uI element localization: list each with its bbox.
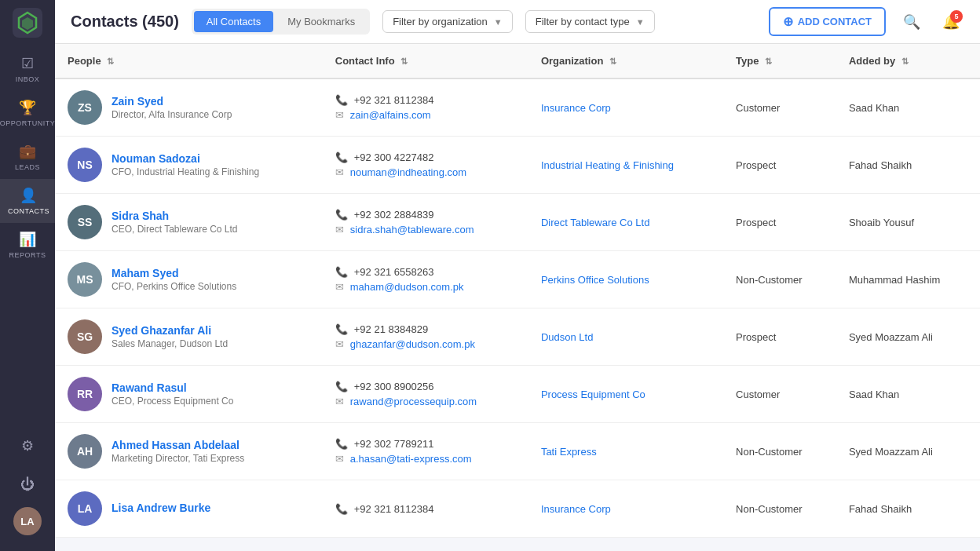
sidebar-item-inbox[interactable]: ☑ INBOX — [0, 47, 60, 91]
contact-type: Prospect — [736, 217, 776, 228]
col-added-by[interactable]: Added by ⇅ — [836, 44, 980, 78]
contact-name[interactable]: Sidra Shah — [112, 210, 238, 222]
page-title: Contacts (450) — [71, 13, 179, 31]
contact-avatar: LA — [68, 491, 102, 526]
search-button[interactable]: 🔍 — [898, 9, 925, 35]
contact-name[interactable]: Rawand Rasul — [112, 381, 233, 394]
org-cell: Insurance Corp — [528, 480, 723, 538]
contact-name[interactable]: Syed Ghazanfar Ali — [112, 324, 228, 337]
contact-type: Non-Customer — [736, 503, 803, 515]
contact-type: Prospect — [736, 331, 776, 343]
sidebar-item-power[interactable]: ⏻ — [13, 469, 42, 501]
table-row: AH Ahmed Hassan Abdelaal Marketing Direc… — [55, 423, 980, 480]
org-cell: Tati Express — [528, 423, 723, 480]
added-by: Muhammad Hashim — [849, 274, 940, 286]
contact-email[interactable]: ghazanfar@dudson.com.pk — [350, 338, 475, 350]
contact-email[interactable]: rawand@processequip.com — [350, 396, 477, 407]
org-link[interactable]: Process Equipment Co — [541, 389, 645, 400]
org-cell: Perkins Office Solutions — [528, 251, 723, 308]
col-contact-info[interactable]: Contact Info ⇅ — [323, 44, 528, 78]
people-cell: MS Maham Syed CFO, Perkins Office Soluti… — [55, 251, 323, 308]
contact-avatar: SS — [68, 205, 102, 239]
contact-email[interactable]: nouman@indheating.com — [350, 166, 466, 178]
sidebar-item-reports[interactable]: 📊 REPORTS — [0, 223, 60, 267]
col-type[interactable]: Type ⇅ — [723, 44, 836, 78]
email-icon: ✉ — [335, 396, 344, 407]
email-icon: ✉ — [335, 281, 344, 293]
org-link[interactable]: Insurance Corp — [541, 102, 611, 114]
added-by: Syed Moazzam Ali — [849, 446, 933, 458]
power-icon: ⏻ — [20, 476, 35, 493]
phone-icon: 📞 — [335, 438, 348, 450]
contact-name[interactable]: Lisa Andrew Burke — [112, 502, 210, 514]
contact-phone: +92 21 8384829 — [354, 323, 428, 335]
sidebar-item-settings[interactable]: ⚙ — [13, 429, 42, 462]
tab-my-bookmarks[interactable]: My Bookmarks — [275, 11, 368, 32]
sort-icon: ⇅ — [765, 57, 772, 66]
contact-email[interactable]: a.hasan@tati-express.com — [350, 453, 472, 465]
contact-avatar: AH — [68, 434, 102, 469]
added-by: Fahad Shaikh — [849, 503, 912, 515]
org-link[interactable]: Perkins Office Solutions — [541, 274, 649, 286]
org-link[interactable]: Direct Tableware Co Ltd — [541, 217, 650, 228]
type-cell: Non-Customer — [723, 251, 836, 308]
table-row: SG Syed Ghazanfar Ali Sales Manager, Dud… — [55, 308, 980, 366]
org-link[interactable]: Dudson Ltd — [541, 331, 594, 343]
filter-organization[interactable]: Filter by organization ▼ — [382, 10, 513, 33]
people-cell: SG Syed Ghazanfar Ali Sales Manager, Dud… — [55, 308, 323, 366]
inbox-icon: ☑ — [21, 55, 35, 72]
contact-info-cell: 📞 +92 321 8112384 ✉ zain@alfains.com — [323, 78, 528, 137]
contact-info-cell: 📞 +92 321 8112384 — [323, 480, 528, 538]
org-link[interactable]: Industrial Heating & Finishing — [541, 159, 674, 171]
email-icon: ✉ — [335, 109, 344, 121]
table-row: RR Rawand Rasul CEO, Process Equipment C… — [55, 366, 980, 423]
notifications-button[interactable]: 🔔 5 — [938, 9, 964, 35]
contact-email[interactable]: maham@dudson.com.pk — [350, 281, 464, 293]
phone-icon: 📞 — [335, 209, 348, 221]
added-by: Saad Khan — [849, 389, 899, 400]
sidebar-item-opportunity[interactable]: 🏆 OPPORTUNITY — [0, 91, 60, 135]
contact-type: Customer — [736, 102, 780, 114]
org-link[interactable]: Tati Express — [541, 446, 597, 458]
contact-phone: +92 321 8112384 — [354, 503, 434, 515]
added-by-cell: Saad Khan — [836, 78, 980, 137]
contact-name[interactable]: Maham Syed — [112, 267, 236, 279]
chevron-down-icon: ▼ — [636, 17, 645, 27]
add-contact-button[interactable]: ⊕ ADD CONTACT — [769, 7, 886, 36]
contact-name[interactable]: Ahmed Hassan Abdelaal — [112, 439, 244, 451]
plus-icon: ⊕ — [783, 14, 793, 29]
added-by-cell: Shoaib Yousuf — [836, 194, 980, 251]
people-cell: SS Sidra Shah CEO, Direct Tableware Co L… — [55, 194, 323, 251]
phone-icon: 📞 — [335, 94, 348, 106]
sidebar-item-leads[interactable]: 💼 LEADS — [0, 135, 60, 179]
sort-icon: ⇅ — [901, 57, 909, 66]
contact-info-cell: 📞 +92 300 4227482 ✉ nouman@indheating.co… — [323, 137, 528, 194]
logo[interactable] — [13, 8, 42, 41]
phone-icon: 📞 — [335, 323, 348, 335]
contact-email[interactable]: sidra.shah@tableware.com — [350, 224, 474, 235]
contact-avatar: RR — [68, 377, 102, 411]
col-organization[interactable]: Organization ⇅ — [528, 44, 723, 78]
contact-phone: +92 321 8112384 — [354, 94, 434, 106]
people-cell: ZS Zain Syed Director, Alfa Insurance Co… — [55, 78, 323, 137]
people-cell: LA Lisa Andrew Burke — [55, 480, 323, 538]
contact-info-cell: 📞 +92 321 6558263 ✉ maham@dudson.com.pk — [323, 251, 528, 308]
filter-contact-type[interactable]: Filter by contact type ▼ — [525, 10, 655, 33]
contact-name[interactable]: Nouman Sadozai — [112, 152, 259, 165]
org-link[interactable]: Insurance Corp — [541, 503, 611, 515]
sort-icon: ⇅ — [609, 57, 616, 66]
contacts-table: People ⇅ Contact Info ⇅ Organization ⇅ T… — [55, 44, 980, 538]
sidebar-item-label: LEADS — [15, 163, 40, 171]
sidebar-item-contacts[interactable]: 👤 CONTACTS — [0, 179, 60, 223]
contact-email[interactable]: zain@alfains.com — [350, 109, 431, 121]
user-avatar[interactable]: LA — [13, 507, 42, 535]
contact-name[interactable]: Zain Syed — [112, 95, 232, 108]
tab-all-contacts[interactable]: All Contacts — [194, 11, 273, 32]
contact-avatar: MS — [68, 262, 102, 297]
added-by-cell: Saad Khan — [836, 366, 980, 423]
phone-icon: 📞 — [335, 381, 348, 392]
col-people[interactable]: People ⇅ — [55, 44, 323, 78]
search-icon: 🔍 — [903, 14, 920, 30]
contact-title: Marketing Director, Tati Express — [112, 453, 244, 464]
sort-icon: ⇅ — [107, 57, 114, 66]
